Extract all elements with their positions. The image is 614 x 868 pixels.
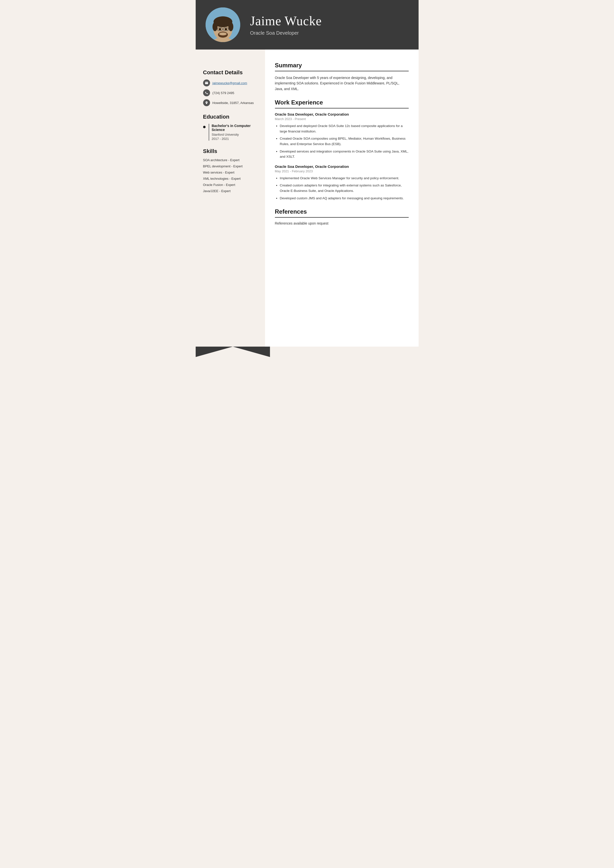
resume-container: Jaime Wucke Oracle Soa Developer Contact…: [196, 0, 418, 347]
job-bullet: Implemented Oracle Web Services Manager …: [280, 175, 409, 181]
main-right: Summary Oracle Soa Developer with 5 year…: [265, 50, 418, 347]
contact-section-title: Contact Details: [203, 69, 258, 76]
job-bullet: Developed custom JMS and AQ adapters for…: [280, 195, 409, 201]
svg-point-5: [213, 22, 218, 31]
work-experience-section: Work Experience Oracle Soa Developer, Or…: [275, 99, 409, 201]
job-bullets: Developed and deployed Oracle SOA Suite …: [275, 123, 409, 160]
main-content: Contact Details jaimewucke@gmail.com: [196, 50, 418, 347]
summary-text: Oracle Soa Developer with 5 years of exp…: [275, 75, 409, 91]
candidate-title: Oracle Soa Developer: [250, 30, 409, 36]
references-section: References References available upon req…: [275, 208, 409, 225]
skills-section: Skills SOA architecture - ExpertBPEL dev…: [203, 148, 258, 193]
edu-university: Stanford University: [212, 133, 258, 136]
work-experience-title: Work Experience: [275, 99, 409, 108]
header-text: Jaime Wucke Oracle Soa Developer: [250, 14, 409, 36]
job-bullet: Created custom adapters for integrating …: [280, 183, 409, 193]
svg-point-14: [219, 33, 227, 36]
email-value[interactable]: jaimewucke@gmail.com: [213, 81, 247, 85]
phone-value: (724) 579 2495: [213, 91, 234, 95]
location-icon: [203, 99, 210, 106]
job-bullet: Developed and deployed Oracle SOA Suite …: [280, 123, 409, 134]
avatar: [205, 8, 240, 42]
job-item: Oracle Soa Developer, Oracle Corporation…: [275, 164, 409, 201]
svg-point-7: [219, 28, 221, 30]
summary-section-title: Summary: [275, 62, 409, 71]
education-section-title: Education: [203, 114, 258, 120]
job-title: Oracle Soa Developer, Oracle Corporation: [275, 112, 409, 116]
job-dates: March 2023 - Present: [275, 117, 409, 121]
education-item: Bachelor's in Computer Science Stanford …: [203, 124, 258, 141]
address-value: Howellside, 31857, Arkansas: [213, 101, 254, 105]
references-text: References available upon request: [275, 221, 409, 225]
edu-degree: Bachelor's in Computer Science: [212, 124, 258, 132]
education-section: Education Bachelor's in Computer Science…: [203, 114, 258, 141]
email-icon: [203, 79, 210, 87]
job-item: Oracle Soa Developer, Oracle Corporation…: [275, 112, 409, 160]
edu-dates: 2017 - 2021: [212, 137, 258, 141]
skill-item: Java/J2EE - Expert: [203, 189, 258, 193]
job-bullets: Implemented Oracle Web Services Manager …: [275, 175, 409, 201]
contact-section: Contact Details jaimewucke@gmail.com: [203, 69, 258, 106]
edu-bullet-icon: [203, 125, 205, 141]
email-item: jaimewucke@gmail.com: [203, 79, 258, 87]
svg-point-15: [203, 126, 205, 128]
skill-item: Web services - Expert: [203, 170, 258, 174]
skill-item: Oracle Fusion - Expert: [203, 183, 258, 187]
job-bullet: Created Oracle SOA composites using BPEL…: [280, 136, 409, 147]
jobs-list: Oracle Soa Developer, Oracle Corporation…: [275, 112, 409, 201]
address-item: Howellside, 31857, Arkansas: [203, 99, 258, 106]
chevron-decoration: [196, 347, 270, 357]
skills-list: SOA architecture - ExpertBPEL developmen…: [203, 158, 258, 193]
skill-item: XML technologies - Expert: [203, 177, 258, 180]
phone-item: (724) 579 2495: [203, 89, 258, 96]
skill-item: BPEL development - Expert: [203, 164, 258, 168]
header-section: Jaime Wucke Oracle Soa Developer: [196, 0, 418, 50]
job-dates: May 2021 - February 2023: [275, 169, 409, 173]
svg-point-6: [229, 22, 233, 31]
skill-item: SOA architecture - Expert: [203, 158, 258, 162]
skills-section-title: Skills: [203, 148, 258, 155]
phone-icon: [203, 89, 210, 96]
edu-content: Bachelor's in Computer Science Stanford …: [208, 124, 258, 141]
sidebar: Contact Details jaimewucke@gmail.com: [196, 50, 265, 347]
candidate-name: Jaime Wucke: [250, 14, 409, 28]
references-section-title: References: [275, 208, 409, 218]
svg-point-8: [225, 28, 227, 30]
job-title: Oracle Soa Developer, Oracle Corporation: [275, 164, 409, 169]
job-bullet: Developed services and integration compo…: [280, 149, 409, 160]
summary-section: Summary Oracle Soa Developer with 5 year…: [275, 62, 409, 91]
